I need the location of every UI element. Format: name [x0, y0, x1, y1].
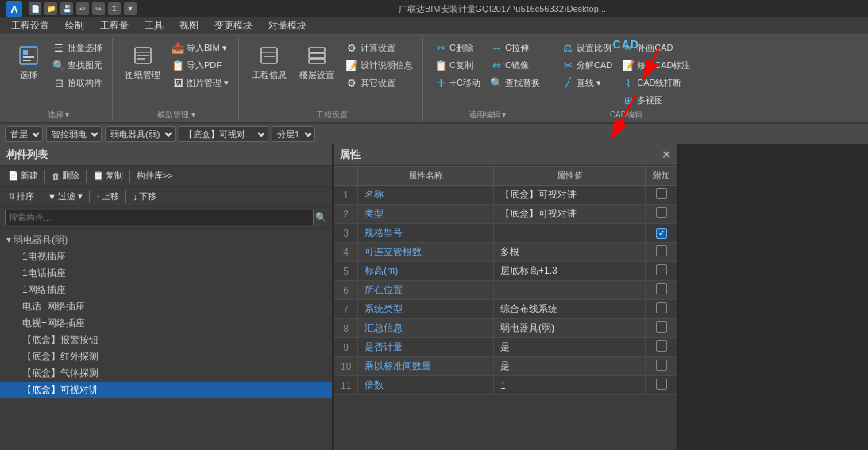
btn-pick-component-label: 拾取构件 — [68, 77, 102, 89]
btn-multi-view[interactable]: ⊞ 多视图 — [619, 92, 693, 108]
checkbox-7[interactable] — [656, 302, 667, 313]
menu-item-gongju[interactable]: 工具 — [137, 17, 172, 34]
prop-value-5[interactable]: 层底标高+1.3 — [494, 262, 646, 281]
btn-straight-line[interactable]: ╱ 直线 ▾ — [558, 75, 615, 90]
prop-value-2[interactable]: 【底盒】可视对讲 — [494, 205, 646, 224]
tree-item-infrared[interactable]: 【底盒】红外探测 — [0, 348, 332, 365]
btn-split-cad[interactable]: ✂ 分解CAD — [558, 57, 615, 73]
btn-design-desc[interactable]: 📝 设计说明信息 — [342, 57, 416, 73]
menu-item-biangeng[interactable]: 变更模块 — [206, 17, 260, 34]
tree-item-phone-net[interactable]: 电话+网络插座 — [0, 298, 332, 315]
btn-move-down[interactable]: ↓ 下移 — [129, 189, 160, 204]
toolbar-select-type[interactable]: 弱电器具(弱) — [105, 126, 176, 142]
btn-copy-component[interactable]: 📋 复制 — [90, 168, 126, 183]
checkbox-4[interactable] — [656, 245, 667, 256]
toolbar-select-floor[interactable]: 首层 — [5, 126, 43, 142]
btn-filter[interactable]: ▼ 过滤 ▾ — [44, 189, 86, 204]
btn-find-replace[interactable]: 🔍 查找替换 — [487, 75, 543, 90]
btn-c-copy[interactable]: 📋 C复制 — [431, 57, 484, 73]
btn-batch-select[interactable]: ☰ 批量选择 — [49, 40, 106, 56]
save-icon[interactable]: 💾 — [60, 2, 73, 15]
open-icon[interactable]: 📁 — [44, 2, 57, 15]
import-pdf-icon: 📋 — [172, 59, 184, 71]
prop-value-3[interactable] — [494, 224, 646, 243]
prop-value-10[interactable]: 是 — [494, 357, 646, 376]
prop-value-11[interactable]: 1 — [494, 376, 646, 395]
menu-item-shitu[interactable]: 视图 — [172, 17, 206, 34]
sum-icon[interactable]: Σ — [108, 2, 121, 15]
btn-select[interactable]: 选择 — [11, 40, 46, 83]
btn-pick-component[interactable]: ⊟ 拾取构件 — [49, 75, 106, 90]
props-scroll[interactable]: 属性名称 属性值 附加 1 名称 【底盒】可视对讲 2 类型 — [334, 166, 677, 450]
checkbox-2[interactable] — [656, 207, 667, 218]
props-close-btn[interactable]: ✕ — [662, 148, 671, 161]
btn-sort[interactable]: ⇅ 排序 — [5, 189, 37, 204]
btn-drawing-mgmt[interactable]: 图纸管理 — [121, 40, 165, 83]
new-icon[interactable]: 📄 — [29, 2, 41, 15]
tree-item-visual-intercom[interactable]: 【底盒】可视对讲 — [0, 382, 332, 398]
redo-icon[interactable]: ↪ — [92, 2, 105, 15]
btn-import-pdf[interactable]: 📋 导入PDF — [168, 57, 232, 73]
tree-item-tv-socket[interactable]: 1电视插座 — [0, 248, 332, 265]
tree-item-net-socket[interactable]: 1网络插座 — [0, 282, 332, 298]
btn-set-scale[interactable]: ⚖ 设置比例 — [558, 40, 615, 56]
toolbar-select-layer[interactable]: 分层1 — [272, 126, 315, 142]
undo-icon[interactable]: ↩ — [76, 2, 89, 15]
tree-item-gas[interactable]: 【底盒】气体探测 — [0, 365, 332, 382]
prop-value-6[interactable] — [494, 281, 646, 300]
menu-item-huizhi[interactable]: 绘制 — [57, 17, 92, 34]
prop-value-7[interactable]: 综合布线系统 — [494, 300, 646, 319]
ribbon-group-model-label[interactable]: 模型管理 ▾ — [157, 108, 195, 121]
prop-name-5: 标高(m) — [358, 262, 494, 281]
btn-cad-break[interactable]: ⌇ CAD线打断 — [619, 75, 693, 90]
btn-import-bim[interactable]: 📥 导入BIM ▾ — [168, 40, 232, 56]
ribbon-group-edit-label[interactable]: 通用编辑 ▾ — [469, 108, 507, 121]
checkbox-5[interactable] — [656, 264, 667, 275]
menu-item-gongchengshezhi[interactable]: 工程设置 — [3, 17, 57, 34]
btn-c-mirror[interactable]: ⇔ C镜像 — [487, 57, 543, 73]
btn-c-delete[interactable]: ✂ C删除 — [431, 40, 484, 56]
btn-find-element-label: 查找图元 — [68, 60, 102, 71]
prop-value-4[interactable]: 多根 — [494, 243, 646, 262]
checkbox-8[interactable] — [656, 321, 667, 333]
row-num-10: 10 — [334, 357, 358, 376]
btn-find-element[interactable]: 🔍 查找图元 — [49, 57, 106, 73]
btn-new-component[interactable]: 📄 新建 — [5, 168, 41, 183]
prop-value-8[interactable]: 弱电器具(弱) — [494, 319, 646, 338]
btn-calc-settings[interactable]: ⚙ 计算设置 — [342, 40, 416, 56]
btn-c-move[interactable]: ✛ ✛C移动 — [431, 75, 484, 90]
btn-img-mgmt[interactable]: 🖼 图片管理 ▾ — [168, 75, 232, 90]
search-icon[interactable]: 🔍 — [315, 212, 327, 223]
btn-delete-component[interactable]: 🗑 删除 — [48, 168, 83, 183]
dropdown-icon[interactable]: ▼ — [124, 2, 137, 15]
btn-move-up[interactable]: ↑ 上移 — [93, 189, 123, 204]
checkbox-6[interactable] — [656, 283, 667, 294]
btn-c-stretch[interactable]: ↔ C拉伸 — [487, 40, 543, 56]
checkbox-10[interactable] — [656, 360, 667, 371]
tree-item-alarm-btn[interactable]: 【底盒】报警按钮 — [0, 332, 332, 348]
btn-modify-cad-annotation[interactable]: 📝 修改CAD标注 — [619, 57, 693, 73]
ribbon-group-select-label[interactable]: 选择 ▾ — [48, 108, 70, 121]
toolbar-select-component[interactable]: 【底盒】可视对... — [179, 126, 268, 142]
other-settings-icon: ⚙ — [345, 76, 358, 89]
btn-other-settings[interactable]: ⚙ 其它设置 — [342, 75, 416, 90]
menu-item-gongchengliang[interactable]: 工程量 — [92, 17, 137, 34]
prop-value-9[interactable]: 是 — [494, 338, 646, 357]
btn-floor-setup[interactable]: 楼层设置 — [295, 40, 339, 83]
checkbox-1[interactable] — [656, 188, 667, 199]
tree-item-phone-socket[interactable]: 1电话插座 — [0, 265, 332, 282]
checkbox-3[interactable] — [656, 228, 667, 239]
checkbox-11[interactable] — [656, 379, 667, 390]
tree-item-tv-net[interactable]: 电视+网络插座 — [0, 315, 332, 332]
tree-item-parent-ruodian[interactable]: ▾ 弱电器具(弱) — [0, 232, 332, 248]
btn-draw-cad[interactable]: ✏ 补画CAD — [619, 40, 693, 56]
btn-project-info[interactable]: 工程信息 — [247, 40, 291, 83]
search-input[interactable] — [5, 210, 314, 225]
prop-value-1[interactable]: 【底盒】可视对讲 — [494, 186, 646, 205]
table-row: 6 所在位置 — [334, 281, 677, 300]
toolbar-select-system[interactable]: 智控弱电 — [46, 126, 102, 142]
menu-item-duilian[interactable]: 对量模块 — [260, 17, 314, 34]
checkbox-9[interactable] — [656, 340, 667, 352]
row-num-7: 7 — [334, 300, 358, 319]
btn-component-library[interactable]: 构件库>> — [133, 168, 176, 183]
